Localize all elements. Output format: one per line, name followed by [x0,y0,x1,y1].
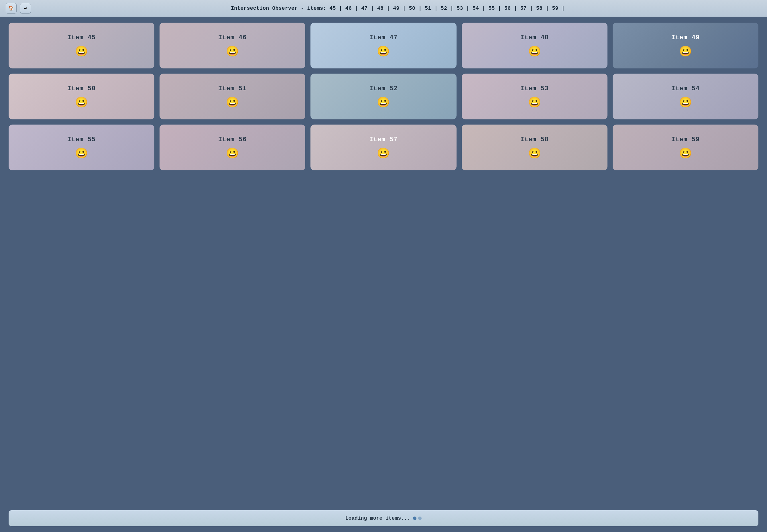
card-label: Item 48 [520,34,548,41]
grid-row-2: Item 50 😀 Item 51 😀 Item 52 😀 Item 53 😀 … [9,74,758,119]
card-emoji: 😀 [377,149,390,159]
loading-dot-2 [418,517,422,520]
loading-dot-1 [413,517,416,520]
card-item54[interactable]: Item 54 😀 [613,74,758,119]
card-emoji: 😀 [75,98,88,108]
card-emoji: 😀 [75,149,88,159]
card-label: Item 47 [369,34,398,41]
card-item57[interactable]: Item 57 😀 [310,125,456,170]
card-item56[interactable]: Item 56 😀 [160,125,305,170]
card-item45[interactable]: Item 45 😀 [9,23,154,68]
card-emoji: 😀 [679,98,692,108]
card-item53[interactable]: Item 53 😀 [462,74,607,119]
card-label: Item 46 [218,34,247,41]
card-emoji: 😀 [528,47,541,57]
home-button[interactable]: 🏠 [6,3,17,14]
card-emoji: 😀 [528,149,541,159]
card-emoji: 😀 [377,98,390,108]
card-item46[interactable]: Item 46 😀 [160,23,305,68]
grid-row-3: Item 55 😀 Item 56 😀 Item 57 😀 Item 58 😀 … [9,125,758,170]
card-item51[interactable]: Item 51 😀 [160,74,305,119]
card-label: Item 51 [218,85,247,92]
card-label: Item 52 [369,85,398,92]
card-emoji: 😀 [679,47,692,57]
card-item59[interactable]: Item 59 😀 [613,125,758,170]
card-emoji: 😀 [75,47,88,57]
card-emoji: 😀 [226,98,239,108]
card-label: Item 56 [218,136,247,143]
loading-dots [413,517,422,520]
card-label: Item 58 [520,136,548,143]
card-item55[interactable]: Item 55 😀 [9,125,154,170]
card-label: Item 55 [67,136,96,143]
home-icon: 🏠 [8,5,14,11]
card-emoji: 😀 [226,47,239,57]
card-label: Item 57 [369,136,398,143]
card-item48[interactable]: Item 48 😀 [462,23,607,68]
loading-text: Loading more items... [345,515,410,521]
card-label: Item 54 [671,85,700,92]
card-item58[interactable]: Item 58 😀 [462,125,607,170]
card-emoji: 😀 [528,98,541,108]
card-item49[interactable]: Item 49 😀 [613,23,758,68]
card-emoji: 😀 [377,47,390,57]
card-label: Item 59 [671,136,700,143]
back-icon: ↩ [24,5,27,11]
back-button[interactable]: ↩ [20,3,31,14]
card-label: Item 49 [671,34,700,41]
app-header: 🏠 ↩ Intersection Observer - items: 45 | … [0,0,767,17]
card-item52[interactable]: Item 52 😀 [310,74,456,119]
card-emoji: 😀 [679,149,692,159]
page-title: Intersection Observer - items: 45 | 46 |… [34,5,761,11]
card-item47[interactable]: Item 47 😀 [310,23,456,68]
card-item50[interactable]: Item 50 😀 [9,74,154,119]
card-label: Item 45 [67,34,96,41]
card-label: Item 53 [520,85,548,92]
main-content: Item 45 😀 Item 46 😀 Item 47 😀 Item 48 😀 … [0,17,767,507]
loading-bar: Loading more items... [9,510,758,526]
card-emoji: 😀 [226,149,239,159]
card-label: Item 50 [67,85,96,92]
grid-row-1: Item 45 😀 Item 46 😀 Item 47 😀 Item 48 😀 … [9,23,758,68]
